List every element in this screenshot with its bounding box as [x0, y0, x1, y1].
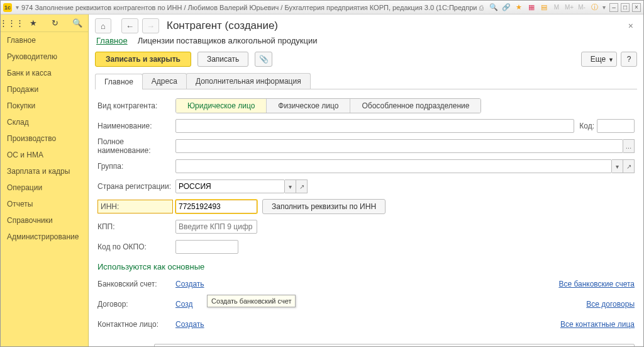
fav-icon[interactable]: ★: [514, 3, 523, 12]
sidebar: ⋮⋮⋮ ★ ↻ 🔍 Главное Руководителю Банк и ка…: [1, 14, 89, 346]
name-label: Наименование:: [97, 122, 175, 130]
group-drop-button[interactable]: ▾: [612, 159, 623, 173]
apps-icon[interactable]: ⋮⋮⋮: [6, 18, 17, 29]
sidebar-item-main[interactable]: Главное: [1, 32, 88, 48]
sidebar-item-bank[interactable]: Банк и касса: [1, 65, 88, 81]
country-label: Страна регистрации:: [97, 182, 175, 191]
code-label: Код:: [579, 122, 594, 130]
okpo-input[interactable]: [175, 240, 238, 254]
tab-main[interactable]: Главное: [96, 36, 128, 45]
star-icon[interactable]: ★: [28, 18, 39, 29]
subtab-addresses[interactable]: Адреса: [142, 73, 187, 89]
contact-create-link[interactable]: Создать: [175, 320, 204, 329]
logo-1c: 1c: [3, 3, 12, 12]
forward-button[interactable]: →: [142, 18, 159, 33]
subtab-main[interactable]: Главное: [95, 74, 143, 89]
comment-input[interactable]: [154, 344, 635, 346]
country-drop-button[interactable]: ▾: [285, 179, 296, 193]
window-title: 974 Заполнение реквизитов контрагентов п…: [21, 4, 477, 11]
minimize-button[interactable]: –: [609, 3, 618, 12]
m-plus-btn[interactable]: M+: [565, 3, 574, 12]
calendar-icon[interactable]: ▦: [527, 3, 536, 12]
okpo-label: Код по ОКПО:: [97, 242, 175, 251]
history-icon[interactable]: ↻: [50, 18, 61, 29]
fullname-label: Полное наименование:: [97, 137, 175, 155]
attach-button[interactable]: 📎: [255, 52, 272, 67]
bank-all-link[interactable]: Все банковские счета: [558, 280, 635, 288]
fullname-expand-button[interactable]: …: [623, 139, 635, 153]
section-main-defaults: Используются как основные: [97, 262, 635, 271]
fill-by-inn-button[interactable]: Заполнить реквизиты по ИНН: [262, 199, 386, 214]
m-minus-btn[interactable]: M-: [577, 3, 586, 12]
name-input[interactable]: [175, 119, 574, 133]
dropdown-icon-2[interactable]: ▾: [602, 4, 606, 11]
search-icon[interactable]: 🔍: [72, 18, 83, 29]
group-label: Группа:: [97, 162, 175, 171]
sidebar-item-manager[interactable]: Руководителю: [1, 48, 88, 65]
sidebar-item-warehouse[interactable]: Склад: [1, 114, 88, 130]
contract-all-link[interactable]: Все договоры: [586, 300, 635, 309]
inn-input[interactable]: [175, 200, 257, 213]
info-icon[interactable]: ⓘ: [590, 3, 599, 12]
contact-label: Контактное лицо:: [97, 320, 175, 329]
group-open-button[interactable]: ↗: [623, 159, 635, 173]
titlebar: 1c ▾ 974 Заполнение реквизитов контраген…: [1, 1, 643, 14]
country-open-button[interactable]: ↗: [296, 179, 308, 193]
titlebar-tools: ⎙ 🔍 🔗 ★ ▦ ▤ M M+ M- ⓘ ▾: [477, 3, 606, 12]
sidebar-item-sales[interactable]: Продажи: [1, 81, 88, 98]
search-icon[interactable]: 🔍: [489, 3, 498, 12]
contact-all-link[interactable]: Все контактные лица: [560, 320, 635, 329]
close-form-button[interactable]: ×: [625, 20, 637, 32]
inn-label: ИНН:: [97, 200, 173, 213]
sidebar-item-hr[interactable]: Зарплата и кадры: [1, 163, 88, 179]
seg-subdivision[interactable]: Обособленное подразделение: [350, 99, 480, 113]
more-button[interactable]: Еще▼: [581, 52, 617, 67]
dropdown-icon[interactable]: ▾: [16, 4, 19, 11]
contract-label: Договор:: [97, 300, 175, 309]
sidebar-item-operations[interactable]: Операции: [1, 179, 88, 196]
contract-create-link[interactable]: Созд: [175, 300, 192, 309]
tab-licenses[interactable]: Лицензии поставщиков алкогольной продукц…: [138, 36, 318, 45]
calc-icon[interactable]: ▤: [540, 3, 548, 12]
close-button[interactable]: ×: [632, 3, 641, 12]
fullname-input[interactable]: [175, 139, 623, 153]
sidebar-item-refs[interactable]: Справочники: [1, 212, 88, 229]
page-title: Контрагент (создание): [167, 20, 278, 32]
type-segmented: Юридическое лицо Физическое лицо Обособл…: [175, 98, 481, 113]
kpp-input[interactable]: [175, 220, 257, 234]
sidebar-item-admin[interactable]: Администрирование: [1, 229, 88, 245]
kpp-label: КПП:: [97, 222, 175, 231]
country-input[interactable]: [175, 179, 285, 193]
maximize-button[interactable]: □: [621, 3, 630, 12]
tooltip-bank-create: Создать банковский счет: [207, 295, 296, 307]
save-close-button[interactable]: Записать и закрыть: [95, 52, 191, 67]
bank-create-link[interactable]: Создать: [175, 280, 204, 288]
sidebar-item-production[interactable]: Производство: [1, 130, 88, 147]
sidebar-item-purchases[interactable]: Покупки: [1, 98, 88, 114]
sidebar-item-assets[interactable]: ОС и НМА: [1, 147, 88, 163]
seg-legal[interactable]: Юридическое лицо: [176, 99, 267, 113]
save-button[interactable]: Записать: [197, 52, 248, 67]
print-icon[interactable]: ⎙: [477, 3, 486, 12]
back-button[interactable]: ←: [121, 18, 138, 33]
group-input[interactable]: [175, 159, 612, 173]
seg-individual[interactable]: Физическое лицо: [267, 99, 350, 113]
type-label: Вид контрагента:: [97, 101, 175, 110]
subtab-extra[interactable]: Дополнительная информация: [186, 73, 311, 89]
sidebar-item-reports[interactable]: Отчеты: [1, 196, 88, 212]
home-button[interactable]: ⌂: [95, 18, 111, 33]
m-btn[interactable]: M: [552, 3, 561, 12]
code-input[interactable]: [597, 119, 635, 133]
main-panel: ⌂ ← → Контрагент (создание) × Главное Ли…: [89, 14, 643, 346]
bank-label: Банковский счет:: [97, 280, 175, 288]
link-icon[interactable]: 🔗: [502, 3, 511, 12]
help-button[interactable]: ?: [621, 52, 637, 67]
